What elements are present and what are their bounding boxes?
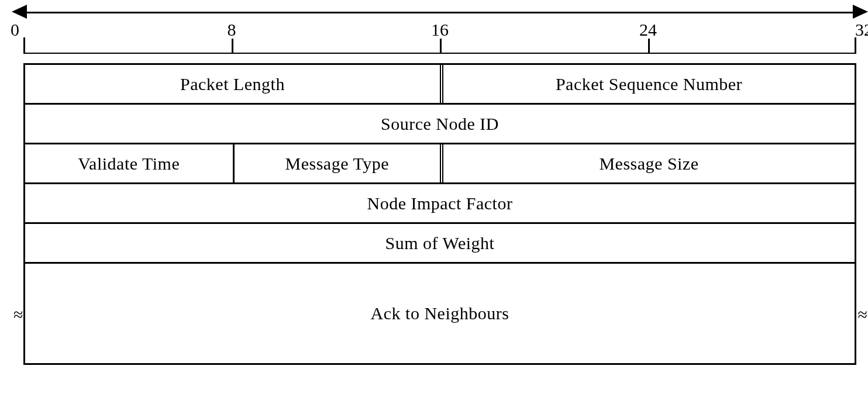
tick-label-0: 0 [11,20,19,40]
ruler-axis [23,12,856,13]
row-2: Validate Time Message Type Message Size [25,144,855,184]
row-4: Sum of Weight [25,224,855,264]
tick-mark-32 [855,37,856,53]
tick-label-8: 8 [228,20,236,40]
tick-label-24: 24 [639,20,657,40]
row-0: Packet Length Packet Sequence Number [25,65,855,105]
field-source-node-id: Source Node ID [25,105,855,143]
field-message-type: Message Type [233,144,440,182]
tick-label-32: 32 [855,20,868,40]
packet-layout-table: Packet Length Packet Sequence Number Sou… [23,63,856,365]
row-1: Source Node ID [25,105,855,144]
field-sum-of-weight: Sum of Weight [25,224,855,262]
tick-mark-16 [440,39,442,53]
field-validate-time: Validate Time [25,144,233,182]
ruler-tick-row [23,40,856,54]
arrow-left-icon [12,5,27,19]
packet-format-diagram: 0 8 16 24 32 Packet Length Packet Sequen… [0,0,868,414]
field-packet-sequence-number: Packet Sequence Number [440,65,855,103]
field-node-impact-factor: Node Impact Factor [25,184,855,222]
tick-mark-0 [23,37,25,53]
field-packet-length: Packet Length [25,65,440,103]
tick-mark-8 [232,39,233,53]
field-ack-to-neighbours: Ack to Neighbours [25,264,855,363]
row-3: Node Impact Factor [25,184,855,224]
bit-ruler: 0 8 16 24 32 [23,7,856,53]
row-5: Ack to Neighbours ≈ ≈ [25,264,855,363]
break-mark-right-icon: ≈ [858,306,867,323]
break-mark-left-icon: ≈ [13,306,23,323]
tick-label-16: 16 [431,20,449,40]
field-message-size: Message Size [440,144,855,182]
tick-mark-24 [648,39,650,53]
arrow-right-icon [853,5,868,19]
